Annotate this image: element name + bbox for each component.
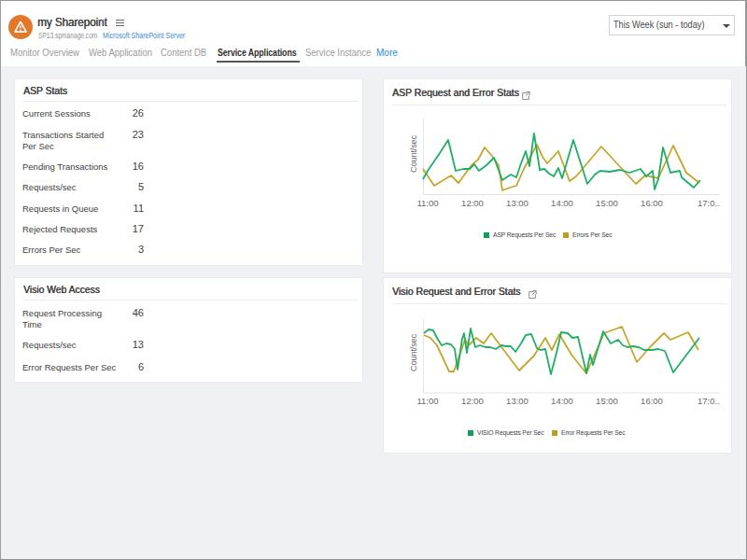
svg-text:16:00: 16:00 (641, 396, 663, 406)
svg-text:15:00: 15:00 (596, 198, 618, 208)
svg-text:16:00: 16:00 (641, 198, 663, 208)
svg-text:17:0..: 17:0.. (698, 396, 720, 406)
svg-text:14:00: 14:00 (551, 198, 573, 208)
svg-text:Count/sec: Count/sec (409, 333, 418, 371)
svg-text:14:00: 14:00 (551, 396, 573, 406)
svg-text:12:00: 12:00 (461, 396, 484, 406)
svg-text:17:0..: 17:0.. (698, 198, 720, 208)
svg-text:11:00: 11:00 (416, 198, 438, 208)
svg-text:13:00: 13:00 (506, 198, 529, 208)
svg-text:13:00: 13:00 (506, 396, 529, 406)
svg-text:11:00: 11:00 (416, 396, 438, 406)
svg-text:Count/sec: Count/sec (409, 134, 418, 173)
svg-text:12:00: 12:00 (461, 198, 484, 208)
svg-text:15:00: 15:00 (596, 396, 618, 406)
